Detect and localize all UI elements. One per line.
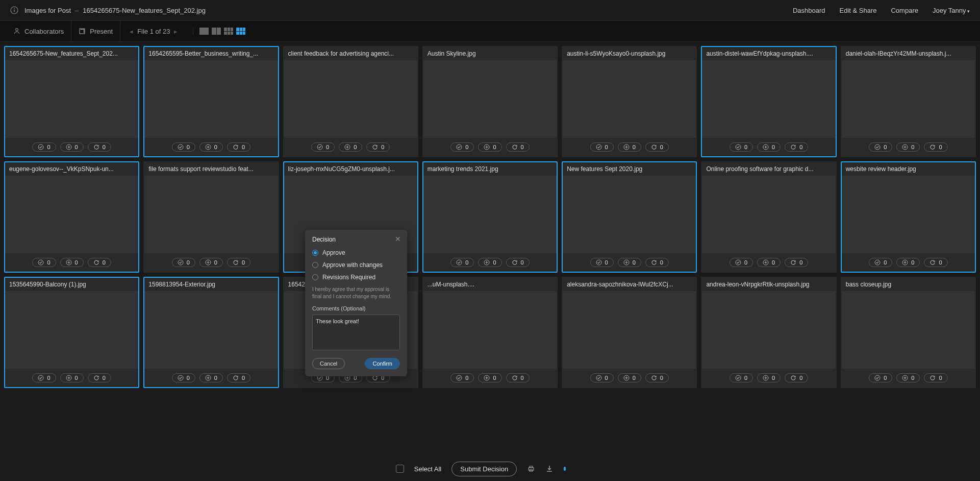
revise-count[interactable]: 0 [88, 373, 111, 382]
thumbnail[interactable] [5, 60, 138, 138]
approve-count[interactable]: 0 [869, 142, 892, 152]
thumbnail[interactable] [563, 60, 696, 138]
thumbnail[interactable] [5, 291, 138, 369]
approve-count[interactable]: 0 [32, 142, 56, 152]
file-card[interactable]: 1535645990-Balcony (1).jpg000 [4, 277, 139, 388]
add-count[interactable]: 0 [60, 373, 84, 382]
thumbnail[interactable] [144, 291, 278, 369]
approve-count[interactable]: 0 [450, 142, 474, 152]
submit-decision-button[interactable]: Submit Decision [451, 462, 517, 476]
select-all-checkbox[interactable] [396, 465, 404, 473]
thumbnail[interactable] [284, 60, 417, 138]
file-card[interactable]: 1598813954-Exterior.jpg000 [143, 277, 279, 388]
thumbnail[interactable] [842, 176, 975, 253]
add-count[interactable]: 0 [60, 142, 84, 152]
file-card[interactable]: austin-distel-wawEfYdpkag-unsplash....00… [701, 46, 836, 157]
approve-count[interactable]: 0 [32, 373, 56, 382]
nav-dashboard[interactable]: Dashboard [793, 7, 825, 14]
file-card[interactable]: 1654265675-New_features_Sept_202...000 [4, 46, 139, 157]
revise-count[interactable]: 0 [506, 373, 530, 382]
revise-count[interactable]: 0 [785, 258, 808, 267]
add-count[interactable]: 0 [618, 142, 641, 152]
next-file-arrow[interactable]: ▸ [170, 28, 182, 35]
close-icon[interactable]: ✕ [395, 235, 401, 243]
thumbnail[interactable] [702, 60, 835, 138]
thumbnail[interactable] [5, 176, 138, 253]
approve-count[interactable]: 0 [172, 258, 195, 267]
info-icon[interactable] [10, 6, 18, 14]
view-thumb-small[interactable] [224, 28, 233, 35]
revise-count[interactable]: 0 [88, 258, 111, 267]
file-card[interactable]: eugene-golovesov--_VkKpSNpuk-un...000 [4, 161, 139, 273]
approve-count[interactable]: 0 [311, 142, 335, 152]
approve-count[interactable]: 0 [730, 373, 753, 382]
file-card[interactable]: client feedback for advertising agenci..… [283, 46, 418, 157]
thumbnail[interactable] [423, 60, 557, 138]
add-count[interactable]: 0 [478, 373, 501, 382]
thumbnail[interactable] [842, 291, 975, 369]
approve-count[interactable]: 0 [869, 258, 892, 267]
revise-count[interactable]: 0 [924, 258, 947, 267]
thumbnail[interactable] [702, 176, 835, 253]
thumbnail[interactable] [144, 176, 278, 253]
file-card[interactable]: Austin Skyline.jpg000 [422, 46, 558, 157]
file-card[interactable]: New features Sept 2020.jpg000 [562, 161, 697, 273]
file-card[interactable]: marketing trends 2021.jpg000 [422, 161, 558, 273]
add-count[interactable]: 0 [618, 258, 641, 267]
add-count[interactable]: 0 [199, 142, 223, 152]
cancel-button[interactable]: Cancel [312, 358, 345, 369]
thumbnail[interactable] [144, 60, 278, 138]
revise-count[interactable]: 0 [645, 142, 669, 152]
file-card[interactable]: ...uM-unsplash....000 [422, 277, 558, 388]
decision-option[interactable]: Approve [312, 249, 400, 256]
user-menu[interactable]: Joey Tanny [933, 7, 970, 14]
print-icon[interactable] [527, 465, 535, 473]
add-count[interactable]: 0 [896, 142, 920, 152]
present-button[interactable]: Present [71, 21, 120, 41]
revise-count[interactable]: 0 [366, 142, 390, 152]
approve-count[interactable]: 0 [172, 142, 195, 152]
approve-count[interactable]: 0 [172, 373, 195, 382]
file-card[interactable]: aleksandra-sapozhnikova-lWul2fcXCj...000 [562, 277, 697, 388]
file-card[interactable]: bass closeup.jpg000 [841, 277, 976, 388]
approve-count[interactable]: 0 [730, 258, 753, 267]
revise-count[interactable]: 0 [924, 373, 947, 382]
approve-count[interactable]: 0 [32, 258, 56, 267]
revise-count[interactable]: 0 [506, 258, 530, 267]
file-card[interactable]: file formats support reviewstudio feat..… [143, 161, 279, 273]
decision-option[interactable]: Approve with changes [312, 261, 400, 269]
approve-count[interactable]: 0 [590, 142, 614, 152]
comments-input[interactable] [312, 315, 400, 350]
prev-file-arrow[interactable]: ◂ [125, 28, 137, 35]
nav-edit-share[interactable]: Edit & Share [839, 7, 876, 14]
approve-count[interactable]: 0 [730, 142, 753, 152]
add-count[interactable]: 0 [757, 373, 781, 382]
download-icon[interactable] [545, 465, 554, 473]
file-card[interactable]: daniel-olah-IBeqzYr42MM-unsplash.j...000 [841, 46, 976, 157]
file-card[interactable]: andrea-leon-vNrpgkrRtlk-unsplash.jpg000 [701, 277, 836, 388]
file-card[interactable]: 1654265595-Better_business_writing_...00… [143, 46, 279, 157]
revise-count[interactable]: 0 [645, 258, 669, 267]
file-card[interactable]: wesbite review header.jpg000 [841, 161, 976, 273]
revise-count[interactable]: 0 [785, 142, 808, 152]
add-count[interactable]: 0 [757, 258, 781, 267]
file-card[interactable]: Online proofing software for graphic d..… [701, 161, 836, 273]
view-split[interactable] [212, 28, 221, 35]
revise-count[interactable]: 0 [227, 142, 250, 152]
decision-option[interactable]: Revisions Required [312, 274, 400, 281]
revise-count[interactable]: 0 [227, 258, 250, 267]
revise-count[interactable]: 0 [88, 142, 111, 152]
revise-count[interactable]: 0 [645, 373, 669, 382]
nav-compare[interactable]: Compare [891, 7, 918, 14]
file-card[interactable]: austin-li-s5WyoKsayo0-unsplash.jpg000 [562, 46, 697, 157]
approve-count[interactable]: 0 [869, 373, 892, 382]
revise-count[interactable]: 0 [227, 373, 250, 382]
thumbnail[interactable] [842, 60, 975, 138]
add-count[interactable]: 0 [199, 258, 223, 267]
approve-count[interactable]: 0 [450, 258, 474, 267]
add-count[interactable]: 0 [199, 373, 223, 382]
thumbnail[interactable] [563, 291, 696, 369]
add-count[interactable]: 0 [339, 142, 362, 152]
approve-count[interactable]: 0 [590, 258, 614, 267]
revise-count[interactable]: 0 [785, 373, 808, 382]
